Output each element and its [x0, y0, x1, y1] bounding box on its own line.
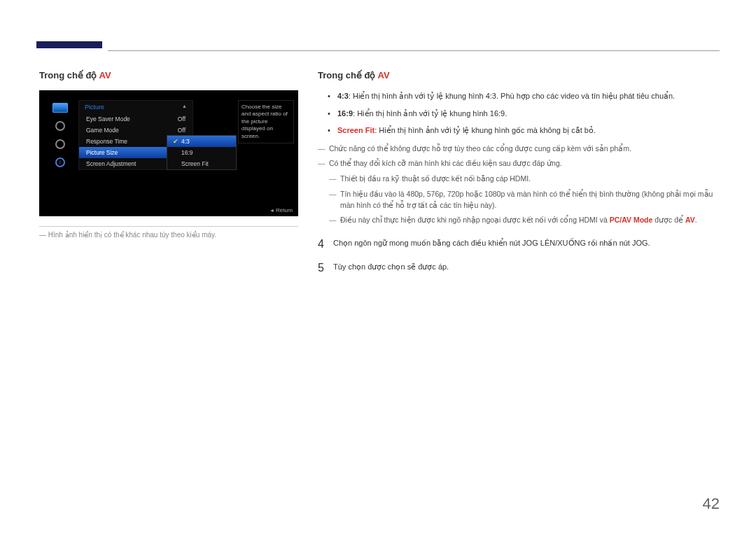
osd-menu-header: Picture ▲ — [79, 101, 192, 113]
left-column: Trong chế độ AV i Picture ▲ Eye Saver Mo… — [39, 70, 298, 239]
step-text: Chọn ngôn ngữ mong muốn bằng cách điều k… — [333, 236, 717, 253]
osd-row-game-mode[interactable]: Game Mode Off — [79, 125, 192, 136]
osd-row-eye-saver[interactable]: Eye Saver Mode Off — [79, 113, 192, 125]
title-mode: AV — [378, 70, 390, 80]
sub-dash-3-mid: được để — [652, 216, 685, 224]
left-section-title: Trong chế độ AV — [39, 70, 298, 80]
up-arrow-icon: ▲ — [182, 104, 187, 111]
title-mode: AV — [99, 70, 111, 80]
bullet-4-3: 4:3: Hiển thị hình ảnh với tỷ lệ khung h… — [330, 90, 717, 102]
dash-note-1: Chức năng có thể không được hỗ trợ tùy t… — [318, 143, 717, 155]
osd-description: Choose the size and aspect ratio of the … — [238, 100, 294, 143]
sub-dash-3-red1: PC/AV Mode — [610, 216, 653, 224]
osd-sub-label: 4:3 — [181, 138, 190, 145]
step-4: 4 Chọn ngôn ngữ mong muốn bằng cách điều… — [318, 236, 717, 253]
gear-icon — [55, 139, 65, 149]
bullet-label: 4:3 — [337, 92, 349, 100]
sub-dash-3: Điều này chỉ thực hiện được khi ngõ nhập… — [329, 215, 717, 226]
osd-return-label[interactable]: Return — [270, 207, 293, 213]
dash-note-2: Có thể thay đổi kích cỡ màn hình khi các… — [318, 158, 717, 169]
bullet-text: : Hiển thị hình ảnh với tỷ lệ khung hình… — [349, 92, 675, 100]
osd-item-label: Game Mode — [86, 127, 119, 134]
step-number: 4 — [318, 236, 333, 253]
sub-dash-3-pre: Điều này chỉ thực hiện được khi ngõ nhập… — [340, 216, 610, 224]
step-5: 5 Tùy chọn được chọn sẽ được áp. — [318, 260, 717, 276]
bullet-text: : Hiển thị hình ảnh với tỷ lệ khung hình… — [374, 126, 596, 134]
osd-submenu-4-3[interactable]: ✔ 4:3 — [167, 136, 236, 147]
osd-item-value: Off — [178, 127, 186, 134]
bullet-screen-fit: Screen Fit: Hiển thị hình ảnh với tỷ lệ … — [330, 125, 717, 136]
info-icon: i — [55, 157, 65, 167]
osd-menu-title: Picture — [85, 104, 104, 111]
page-number: 42 — [703, 495, 720, 513]
step-text: Tùy chọn được chọn sẽ được áp. — [333, 260, 717, 276]
osd-item-label: Picture Size — [86, 149, 118, 156]
brightness-icon — [55, 121, 65, 131]
osd-item-label: Screen Adjustment — [86, 160, 136, 167]
osd-sub-label: 16:9 — [181, 149, 193, 156]
bullet-text: : Hiển thị hình ảnh với tỷ lệ khung hình… — [353, 109, 507, 118]
osd-item-label: Eye Saver Mode — [86, 115, 130, 122]
header-accent-bar — [36, 41, 102, 48]
sub-dash-3-red2: AV — [685, 216, 695, 224]
title-prefix: Trong chế độ — [39, 70, 99, 80]
monitor-icon — [52, 103, 68, 113]
osd-item-label: Response Time — [86, 138, 127, 145]
sub-dash-1: Thiết bị đầu ra kỹ thuật số được kết nối… — [329, 174, 717, 185]
osd-submenu-16-9[interactable]: 16:9 — [167, 147, 236, 158]
bullet-label: Screen Fit — [337, 126, 374, 134]
sub-dash-3-post: . — [695, 216, 697, 224]
left-footnote: Hình ảnh hiển thị có thể khác nhau tùy t… — [39, 226, 298, 239]
checkmark-icon: ✔ — [173, 138, 178, 145]
bullet-list: 4:3: Hiển thị hình ảnh với tỷ lệ khung h… — [330, 90, 717, 136]
bullet-16-9: 16:9: Hiển thị hình ảnh với tỷ lệ khung … — [330, 108, 717, 120]
osd-submenu-screen-fit[interactable]: Screen Fit — [167, 158, 236, 169]
osd-submenu: ✔ 4:3 16:9 Screen Fit — [167, 135, 237, 170]
right-column: Trong chế độ AV 4:3: Hiển thị hình ảnh v… — [318, 70, 717, 283]
osd-item-value: Off — [178, 115, 186, 122]
osd-sub-label: Screen Fit — [181, 160, 209, 167]
osd-sidebar: i — [48, 101, 73, 176]
title-prefix: Trong chế độ — [318, 70, 378, 80]
right-section-title: Trong chế độ AV — [318, 70, 717, 80]
header-divider — [108, 50, 720, 51]
step-number: 5 — [318, 260, 333, 276]
sub-dash-2: Tín hiệu đầu vào là 480p, 576p, 720p hoặ… — [329, 189, 717, 211]
osd-screenshot: i Picture ▲ Eye Saver Mode Off Game Mode… — [39, 90, 298, 216]
bullet-label: 16:9 — [337, 109, 353, 118]
